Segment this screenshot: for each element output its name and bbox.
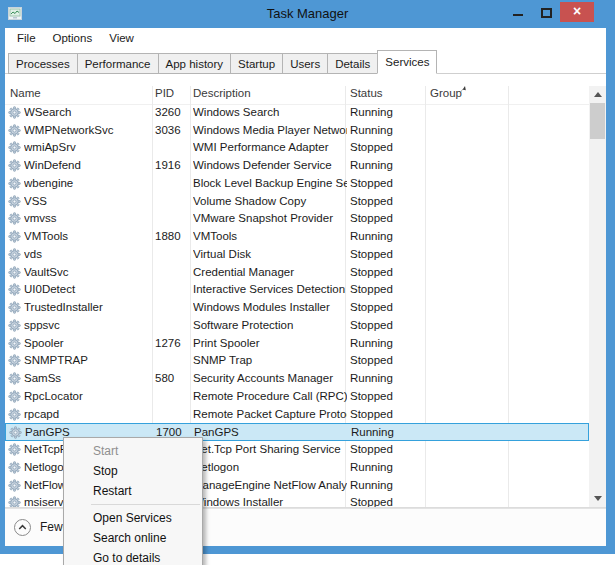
service-description: VMTools (193, 228, 347, 246)
table-row[interactable]: wmiApSrvWMI Performance AdapterStopped (5, 139, 589, 157)
column-header-name[interactable]: Name (10, 87, 41, 99)
column-header-status[interactable]: Status (350, 87, 383, 99)
service-status: Stopped (350, 352, 426, 370)
service-name: WSearch (24, 104, 150, 122)
gear-icon (8, 283, 21, 296)
context-menu-item-go-to-details[interactable]: Go to details (64, 548, 202, 565)
table-row[interactable]: vmvssVMware Snapshot ProviderStopped (5, 210, 589, 228)
context-menu-item-stop[interactable]: Stop (64, 461, 202, 481)
maximize-button[interactable] (534, 0, 560, 24)
table-row[interactable]: VaultSvcCredential ManagerStopped (5, 264, 589, 282)
gear-icon (8, 301, 21, 314)
gear-icon (8, 372, 21, 385)
tab-services[interactable]: Services (377, 50, 437, 74)
service-name: TrustedInstaller (24, 299, 150, 317)
service-description: Net.Tcp Port Sharing Service (193, 441, 347, 459)
minimize-button[interactable] (506, 0, 532, 24)
gear-icon (8, 461, 21, 474)
service-description: Block Level Backup Engine Service (193, 175, 347, 193)
service-status: Running (351, 424, 427, 440)
service-description: Remote Packet Capture Protocol... (193, 406, 347, 424)
tab-performance[interactable]: Performance (77, 53, 159, 74)
tab-app-history[interactable]: App history (158, 53, 232, 74)
gear-icon (8, 337, 21, 350)
scroll-down-icon (594, 496, 602, 501)
table-row[interactable]: WSearch3260Windows SearchRunning (5, 104, 589, 122)
service-name: wbengine (24, 175, 150, 193)
menu-options[interactable]: Options (47, 30, 99, 46)
table-row[interactable]: VSSVolume Shadow CopyStopped (5, 193, 589, 211)
gear-icon (8, 177, 21, 190)
table-row[interactable]: SNMPTRAPSNMP TrapStopped (5, 352, 589, 370)
table-row[interactable]: sppsvcSoftware ProtectionStopped (5, 317, 589, 335)
table-row[interactable]: WMPNetworkSvc3036Windows Media Player Ne… (5, 122, 589, 140)
service-pid: 580 (155, 370, 191, 388)
table-row[interactable]: rpcapdRemote Packet Capture Protocol...S… (5, 406, 589, 424)
table-row[interactable]: vdsVirtual DiskStopped (5, 246, 589, 264)
service-status: Stopped (350, 441, 426, 459)
menu-file[interactable]: File (11, 30, 42, 46)
column-header-pid[interactable]: PID (155, 87, 174, 99)
service-pid: 3036 (155, 122, 191, 140)
service-status: Running (350, 370, 426, 388)
maximize-icon (541, 8, 552, 18)
service-status: Stopped (350, 175, 426, 193)
service-name: sppsvc (24, 317, 150, 335)
scrollbar-thumb[interactable] (590, 103, 605, 139)
service-name: VaultSvc (24, 264, 150, 282)
tab-users[interactable]: Users (282, 53, 328, 74)
table-row[interactable]: SamSs580Security Accounts ManagerRunning (5, 370, 589, 388)
gear-icon (8, 408, 21, 421)
service-name: vds (24, 246, 150, 264)
table-row[interactable]: VMTools1880VMToolsRunning (5, 228, 589, 246)
service-status: Running (350, 459, 426, 477)
service-status: Running (350, 122, 426, 140)
service-description: Volume Shadow Copy (193, 193, 347, 211)
service-description: Remote Procedure Call (RPC) Lo... (193, 388, 347, 406)
service-name: Spooler (24, 335, 150, 353)
context-menu-item-restart[interactable]: Restart (64, 481, 202, 501)
chevron-up-circle-icon (14, 519, 31, 536)
service-pid: 1916 (155, 157, 191, 175)
service-status: Stopped (350, 139, 426, 157)
context-menu-item-open-services[interactable]: Open Services (64, 508, 202, 528)
service-name: RpcLocator (24, 388, 150, 406)
column-header-description[interactable]: Description (193, 87, 251, 99)
tab-details[interactable]: Details (327, 53, 378, 74)
table-row[interactable]: wbengineBlock Level Backup Engine Servic… (5, 175, 589, 193)
table-row[interactable]: Spooler1276Print SpoolerRunning (5, 335, 589, 353)
close-button[interactable]: × (560, 2, 594, 22)
tab-startup[interactable]: Startup (230, 53, 283, 74)
table-row[interactable]: TrustedInstallerWindows Modules Installe… (5, 299, 589, 317)
context-menu-item-search-online[interactable]: Search online (64, 528, 202, 548)
gear-icon (8, 159, 21, 172)
service-pid: 1880 (155, 228, 191, 246)
gear-icon (8, 230, 21, 243)
gear-icon (8, 212, 21, 225)
table-row[interactable]: UI0DetectInteractive Services DetectionS… (5, 281, 589, 299)
service-status: Stopped (350, 281, 426, 299)
service-description: Windows Installer (193, 494, 347, 507)
gear-icon (8, 124, 21, 137)
service-status: Running (350, 228, 426, 246)
scroll-up-icon (594, 92, 602, 97)
scrollbar-down-button[interactable] (589, 490, 606, 507)
service-description: Print Spooler (193, 335, 347, 353)
service-description: Windows Search (193, 104, 347, 122)
scrollbar-up-button[interactable] (589, 86, 606, 103)
service-status: Stopped (350, 210, 426, 228)
tab-processes[interactable]: Processes (8, 53, 78, 74)
gear-icon (8, 479, 21, 492)
gear-icon (8, 319, 21, 332)
service-name: vmvss (24, 210, 150, 228)
context-menu-separator (91, 504, 200, 505)
service-name: VMTools (24, 228, 150, 246)
table-row[interactable]: WinDefend1916Windows Defender ServiceRun… (5, 157, 589, 175)
close-icon: × (573, 3, 581, 19)
menu-view[interactable]: View (103, 30, 140, 46)
window-border-right (606, 28, 615, 546)
gear-icon (8, 141, 21, 154)
vertical-scrollbar[interactable] (589, 86, 606, 507)
gear-icon (8, 248, 21, 261)
table-row[interactable]: RpcLocatorRemote Procedure Call (RPC) Lo… (5, 388, 589, 406)
